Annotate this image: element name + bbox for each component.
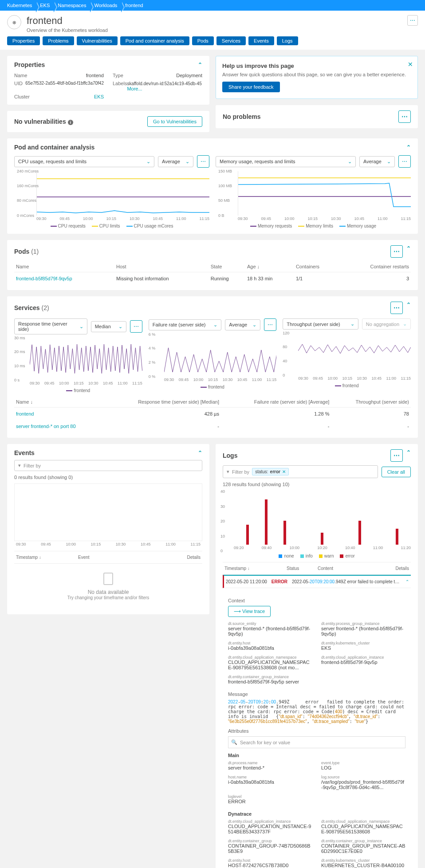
properties-card: Properties⌃ Namefrontend TypeDeployment … — [7, 56, 209, 105]
view-trace-button[interactable]: ⟶ View trace — [228, 606, 271, 617]
prop-uid-value: 65e7f532-2a55-4fdf-b0ad-f1bffc3a70f42 — [25, 81, 104, 91]
feedback-card: ✕ Help us improve this page Answer few q… — [216, 56, 418, 99]
nav-pca[interactable]: Pod and container analysis — [120, 36, 189, 45]
search-icon: 🔍 — [231, 739, 237, 745]
services-table: Name ↓Response time (server side) [Media… — [14, 397, 411, 432]
info-icon[interactable]: i — [68, 120, 73, 125]
pod-row[interactable]: frontend-b5f85d79f-9qv5pMissing host inf… — [14, 272, 411, 285]
service-row[interactable]: frontend428 µs1.28 %78 — [14, 408, 411, 420]
mem-metric-select[interactable]: Memory usage, requests and limits⌄ — [216, 156, 356, 167]
service-row[interactable]: server frontend-* on port 80--- — [14, 420, 411, 432]
nav-pods[interactable]: Pods — [192, 36, 214, 45]
logs-title: Logs — [223, 452, 237, 459]
resp-agg-select[interactable]: Median⌄ — [91, 321, 126, 332]
logs-menu[interactable]: ⋯ — [390, 449, 403, 462]
collapse-icon[interactable]: ⌃ — [406, 245, 411, 258]
resp-metric-select[interactable]: Response time (server side)⌄ — [14, 318, 87, 334]
nav-problems[interactable]: Problems — [43, 36, 74, 45]
thr-metric-select[interactable]: Throughput (server side)⌄ — [283, 318, 358, 330]
mem-agg-select[interactable]: Average⌄ — [359, 156, 395, 167]
events-chart — [14, 483, 202, 541]
thr-chart: 12080400 — [298, 333, 411, 375]
filter-icon: ▾ — [18, 463, 21, 468]
chevron-up-icon[interactable]: ⌃ — [405, 579, 409, 584]
pods-title: Pods — [14, 248, 29, 255]
cpu-chart: 240 mCores 160 mCores 80 mCores 0 mCores — [36, 171, 209, 216]
collapse-icon[interactable]: ⌃ — [406, 302, 411, 314]
pca-title: Pod and container analysis — [14, 144, 94, 151]
workload-icon: ⎈ — [7, 15, 21, 29]
prop-cluster-label: Cluster — [14, 94, 30, 99]
events-title: Events — [14, 449, 35, 456]
cpu-legend: CPU requestsCPU limitsCPU usage mCores — [14, 224, 209, 228]
crumb-workloads[interactable]: Workloads — [91, 2, 122, 9]
prop-uid-label: UID — [14, 81, 23, 91]
fail-chart: 6 %4 %2 %0 % — [164, 334, 277, 377]
mem-legend: Memory requestsMemory limitsMemory usage — [216, 224, 411, 228]
chip-remove-icon[interactable]: ✕ — [282, 469, 286, 474]
nav-vulnerabilities[interactable]: Vulnerabilities — [77, 36, 118, 45]
events-filter[interactable]: ▾Filter by — [14, 460, 202, 471]
page-title: frontend — [27, 15, 402, 27]
resp-menu[interactable]: ⋯ — [130, 320, 142, 333]
pods-menu[interactable]: ⋯ — [390, 245, 403, 258]
cpu-agg-select[interactable]: Average⌄ — [158, 156, 193, 167]
fail-agg-select[interactable]: Average⌄ — [225, 319, 260, 330]
mem-chart-menu[interactable]: ⋯ — [398, 155, 411, 168]
help-title: Help us improve this page — [222, 63, 411, 69]
prop-cluster-link[interactable]: EKS — [94, 94, 104, 99]
cpu-chart-menu[interactable]: ⋯ — [197, 155, 209, 168]
clear-all-button[interactable]: Clear all — [382, 467, 411, 477]
problems-more-button[interactable]: ⋯ — [398, 110, 411, 123]
fail-metric-select[interactable]: Failure rate (server side)⌄ — [149, 319, 222, 330]
nodata-icon — [103, 573, 113, 585]
prop-name-value: frontend — [86, 73, 104, 78]
log-detail: Context ⟶ View trace dt.source_entityser… — [223, 588, 411, 868]
collapse-icon[interactable]: ⌃ — [198, 62, 202, 68]
logs-results: 128 results found (showing 10) — [223, 482, 411, 487]
nav-logs[interactable]: Logs — [277, 36, 298, 45]
log-message: 2022-05-20T09:20:00.949Z error failed to… — [228, 699, 405, 724]
collapse-icon[interactable]: ⌃ — [406, 144, 411, 150]
nodata-hint: Try changing your timeframe and/or filte… — [23, 595, 193, 600]
fail-menu[interactable]: ⋯ — [264, 318, 276, 331]
nav-services[interactable]: Services — [216, 36, 246, 45]
breadcrumb-bar: Kubernetes EKS Namespaces Workloads fron… — [0, 0, 425, 11]
attributes-search[interactable]: 🔍Search for key or value — [228, 736, 405, 748]
crumb-kubernetes[interactable]: Kubernetes — [4, 2, 36, 9]
services-count: (2) — [42, 304, 49, 311]
filter-chip-status[interactable]: status: error ✕ — [252, 468, 289, 475]
goto-vulnerabilities-button[interactable]: Go to Vulnerabilities — [147, 116, 202, 127]
prop-type-label: Type — [113, 73, 123, 78]
logs-histogram — [234, 491, 411, 545]
close-icon[interactable]: ✕ — [408, 61, 413, 68]
crumb-frontend[interactable]: frontend — [122, 2, 147, 9]
logs-card: Logs⋯⌃ ▾Filter bystatus: error ✕ Clear a… — [216, 444, 418, 868]
collapse-icon[interactable]: ⌃ — [198, 450, 202, 456]
nav-events[interactable]: Events — [248, 36, 274, 45]
logs-filter[interactable]: ▾Filter bystatus: error ✕ — [223, 465, 378, 478]
pods-table: NameHostStateAge ↓ContainersContainer re… — [14, 261, 411, 285]
collapse-icon[interactable]: ⌃ — [406, 449, 411, 462]
mem-chart: 150 MB 100 MB 50 MB 0 B — [238, 171, 411, 216]
prop-labels-value: skaffold.dev/run-id:52a14c19-45db-45 — [127, 81, 201, 86]
mem-xaxis: 09:3009:4510:0010:1510:3010:4511:0011:15 — [238, 216, 411, 222]
cpu-metric-select[interactable]: CPU usage, requests and limits⌄ — [14, 156, 154, 167]
thr-agg-select: No aggregation⌄ — [362, 318, 411, 330]
cpu-xaxis: 09:3009:4510:0010:1510:3010:4511:0011:15 — [36, 216, 209, 222]
help-text: Answer few quick questions about this pa… — [222, 72, 411, 77]
page-subtitle: Overview of the Kubernetes workload — [27, 27, 402, 33]
prop-labels-label: Labels — [113, 81, 127, 91]
services-card: Services (2)⋯⌃ Response time (server sid… — [7, 296, 418, 438]
share-feedback-button[interactable]: Share your feedback — [222, 82, 280, 92]
header-more-button[interactable]: ⋯ — [407, 15, 418, 26]
labels-more-link[interactable]: More... — [127, 86, 142, 91]
services-title: Services — [14, 304, 40, 311]
services-menu[interactable]: ⋯ — [390, 302, 403, 314]
nav-properties[interactable]: Properties — [7, 36, 40, 45]
problems-title: No problems — [223, 113, 261, 120]
crumb-namespaces[interactable]: Namespaces — [54, 2, 91, 9]
pods-card: Pods (1)⋯⌃ NameHostStateAge ↓ContainersC… — [7, 240, 418, 290]
pca-card: Pod and container analysis⌃ CPU usage, r… — [7, 138, 418, 234]
log-row-expanded[interactable]: 2022-05-20 11:20:00ERROR 2022-05-20T09:2… — [223, 575, 411, 588]
